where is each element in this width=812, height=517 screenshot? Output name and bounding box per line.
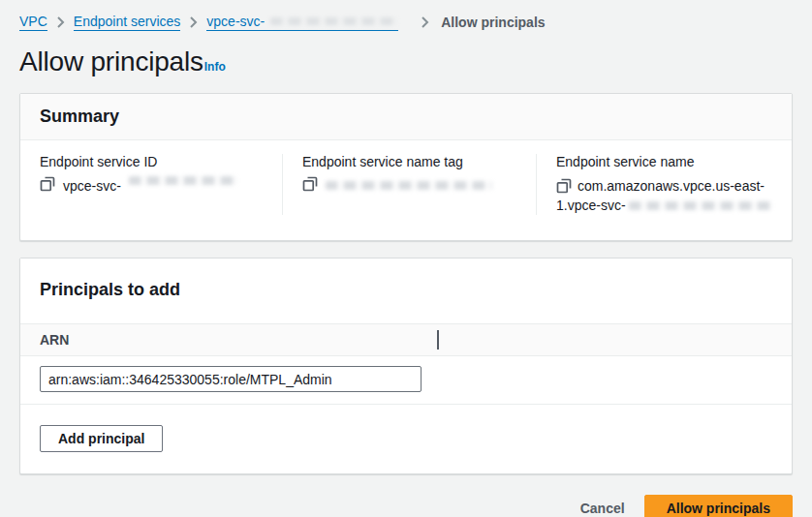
chevron-right-icon (189, 16, 198, 28)
chevron-right-icon (421, 16, 429, 28)
field-label: Endpoint service name (556, 154, 800, 169)
arn-input-row (20, 356, 792, 405)
copy-icon[interactable] (556, 178, 572, 194)
field-label: Endpoint service ID (40, 154, 266, 169)
cancel-button[interactable]: Cancel (580, 495, 625, 517)
breadcrumb-link-endpoint-services[interactable]: Endpoint services (74, 14, 181, 31)
breadcrumb-service-id-prefix: vpce-svc- (206, 14, 265, 29)
redacted-text (326, 181, 492, 190)
allow-principals-button[interactable]: Allow principals (644, 495, 793, 517)
redacted-text (629, 201, 772, 210)
arn-table-header: ARN (20, 323, 792, 356)
copy-icon[interactable] (302, 176, 318, 192)
breadcrumb-link-vpc[interactable]: VPC (19, 14, 47, 31)
copy-icon[interactable] (40, 176, 55, 192)
page-root: VPC Endpoint services vpce-svc- Allow pr… (0, 0, 812, 517)
redacted-text (270, 17, 398, 25)
arn-column-header: ARN (40, 332, 437, 348)
redacted-text (129, 176, 237, 185)
info-link[interactable]: Info (204, 60, 226, 74)
principals-card: Principals to add ARN Add principal (19, 258, 793, 474)
page-title: Allow principals (19, 46, 203, 76)
summary-field-service-id: Endpoint service ID vpce-svc- (20, 154, 282, 215)
column-resize-handle[interactable] (437, 330, 439, 350)
summary-card-header: Summary (20, 94, 792, 140)
principals-card-header: Principals to add (20, 258, 792, 323)
summary-field-service-name: Endpoint service name com.amazonaws.vpce… (536, 154, 812, 215)
breadcrumb-link-service-id[interactable]: vpce-svc- (206, 14, 398, 31)
summary-card: Summary Endpoint service ID vpce-svc- En… (19, 93, 793, 241)
endpoint-service-id-value: vpce-svc- (63, 176, 121, 196)
add-principal-button[interactable]: Add principal (40, 425, 163, 452)
title-row: Allow principalsInfo (19, 46, 793, 77)
field-label: Endpoint service name tag (302, 154, 520, 169)
chevron-right-icon (56, 16, 65, 28)
summary-field-name-tag: Endpoint service name tag (282, 154, 536, 215)
footer-actions: Cancel Allow principals (19, 491, 793, 517)
arn-input[interactable] (40, 366, 422, 392)
breadcrumb-current-page: Allow principals (441, 15, 545, 30)
summary-title: Summary (40, 106, 772, 127)
breadcrumb: VPC Endpoint services vpce-svc- Allow pr… (19, 0, 793, 41)
principals-card-footer: Add principal (20, 405, 792, 473)
summary-body: Endpoint service ID vpce-svc- Endpoint s… (20, 140, 792, 240)
principals-title: Principals to add (40, 280, 772, 300)
